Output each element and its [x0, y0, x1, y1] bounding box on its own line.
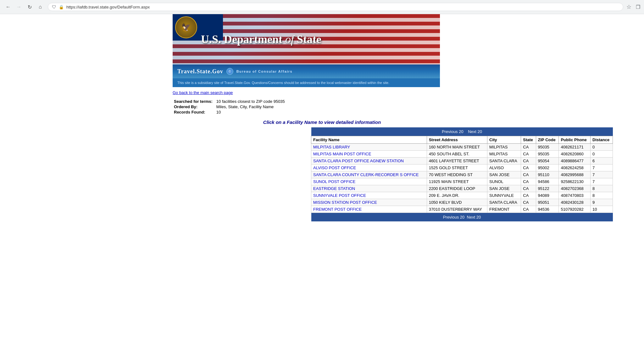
zip-cell: 95035 [536, 151, 559, 158]
phone-cell: 9258622130 [559, 178, 591, 185]
facility-name-link[interactable]: ALVISO POST OFFICE [313, 165, 356, 170]
zip-cell: 95002 [536, 164, 559, 171]
back-to-search-link[interactable]: Go back to the main search page [173, 90, 233, 95]
refresh-button[interactable]: ↻ [25, 3, 34, 11]
prev-20-bottom[interactable]: Previous 20 [443, 215, 465, 220]
extensions-button[interactable]: ❐ [636, 4, 640, 10]
prev-20-top[interactable]: Previous 20 [442, 129, 464, 134]
address-bar[interactable]: 🛡 🔒 https://iafdb.travel.state.gov/Defau… [48, 3, 623, 11]
state-cell: CA [521, 178, 536, 185]
banner-top: 🦅 U.S. Department of State [173, 14, 440, 64]
forward-button[interactable]: → [14, 3, 23, 11]
bookmark-button[interactable]: ☆ [626, 3, 631, 10]
col-state: State [521, 136, 536, 144]
zip-cell: 95051 [536, 199, 559, 206]
facility-name-link[interactable]: SUNNYVALE POST OFFICE [313, 193, 366, 198]
table-row: SANTA CLARA POST OFFICE AGNEW STATION460… [311, 158, 613, 164]
column-headers: Facility Name Street Address City State … [311, 136, 613, 144]
facility-name-link[interactable]: MILPITAS LIBRARY [313, 145, 350, 149]
city-cell: SANTA CLARA [487, 199, 521, 206]
nav-buttons: ← → ↻ ⌂ [4, 3, 45, 11]
table-row: MILPITAS LIBRARY160 NORTH MAIN STREETMIL… [311, 144, 613, 151]
pagination-top: Previous 20 Next 20 [311, 127, 613, 136]
street-address-cell: 37010 DUSTERBERRY WAY [427, 206, 487, 213]
state-cell: CA [521, 171, 536, 178]
distance-cell: 0 [591, 144, 613, 151]
page-content: 🦅 U.S. Department of State Travel.State.… [173, 14, 471, 225]
col-street-address: Street Address [427, 136, 487, 144]
distance-cell: 8 [591, 185, 613, 192]
shield-icon: 🛡 [52, 4, 56, 9]
city-cell: MILPITAS [487, 151, 521, 158]
col-city: City [487, 136, 521, 144]
facility-name-link[interactable]: EASTRIDGE STATION [313, 186, 355, 191]
next-20-bottom[interactable]: Next 20 [467, 215, 481, 220]
distance-cell: 10 [591, 206, 613, 213]
facility-name-link[interactable]: SUNOL POST OFFICE [313, 179, 355, 184]
back-button[interactable]: ← [4, 3, 13, 11]
street-address-cell: 160 NORTH MAIN STREET [427, 144, 487, 151]
pagination-bottom: Previous 20 Next 20 [311, 213, 613, 222]
state-cell: CA [521, 185, 536, 192]
state-cell: CA [521, 199, 536, 206]
browser-chrome: ← → ↻ ⌂ 🛡 🔒 https://iafdb.travel.state.g… [0, 0, 644, 14]
distance-cell: 8 [591, 192, 613, 199]
zip-cell: 95122 [536, 185, 559, 192]
street-address-cell: 450 SOUTH ABEL ST. [427, 151, 487, 158]
phone-cell: 4082995688 [559, 171, 591, 178]
table-row: MISSION STATION POST OFFICE1050 KIELY BL… [311, 199, 613, 206]
facility-name-link[interactable]: MISSION STATION POST OFFICE [313, 200, 377, 205]
state-cell: CA [521, 151, 536, 158]
dept-title: U.S. Department of State [201, 33, 321, 46]
distance-cell: 7 [591, 164, 613, 171]
city-cell: SANTA CLARA [487, 158, 521, 164]
bureau-seal: © [226, 68, 233, 75]
phone-cell: 4082624258 [559, 164, 591, 171]
street-address-cell: 209 E. JAVA DR. [427, 192, 487, 199]
table-row: SUNOL POST OFFICE11925 MAIN STREETSUNOLC… [311, 178, 613, 185]
state-cell: CA [521, 192, 536, 199]
phone-cell: 4082620860 [559, 151, 591, 158]
home-button[interactable]: ⌂ [36, 3, 45, 11]
dept-seal: 🦅 [175, 16, 197, 38]
travel-logo: Travel.State.Gov [177, 68, 223, 75]
table-row: FREMONT POST OFFICE37010 DUSTERBERRY WAY… [311, 206, 613, 213]
phone-cell: 4082621171 [559, 144, 591, 151]
facility-name-link[interactable]: SANTA CLARA COUNTY CLERK-RECORDER S OFFI… [313, 172, 419, 177]
street-address-cell: 1525 GOLD STREET [427, 164, 487, 171]
distance-cell: 0 [591, 151, 613, 158]
state-cell: CA [521, 158, 536, 164]
next-20-top[interactable]: Next 20 [468, 129, 482, 134]
col-facility-name: Facility Name [311, 136, 427, 144]
city-cell: ALVISO [487, 164, 521, 171]
table-row: SANTA CLARA COUNTY CLERK-RECORDER S OFFI… [311, 171, 613, 178]
city-cell: MILPITAS [487, 144, 521, 151]
facility-name-link[interactable]: MILPITAS MAIN POST OFFICE [313, 152, 371, 156]
phone-cell: 4089886477 [559, 158, 591, 164]
search-terms-value: 10 facilities closest to ZIP code 95035 [215, 99, 286, 104]
street-address-cell: 70 WEST HEDDING ST [427, 171, 487, 178]
ordered-by-value: Miles, State, City, Facility Name [215, 104, 286, 109]
state-cell: CA [521, 206, 536, 213]
bureau-text: Bureau of Consular Affairs [236, 70, 293, 73]
table-row: MILPITAS MAIN POST OFFICE450 SOUTH ABEL … [311, 151, 613, 158]
zip-cell: 95054 [536, 158, 559, 164]
distance-cell: 6 [591, 158, 613, 164]
phone-cell: 4082430128 [559, 199, 591, 206]
search-info: Searched for terms: 10 facilities closes… [173, 99, 471, 115]
distance-cell: 9 [591, 199, 613, 206]
ordered-by-label: Ordered By: [173, 104, 215, 109]
lock-icon: 🔒 [59, 5, 64, 9]
street-address-cell: 11925 MAIN STREET [427, 178, 487, 185]
street-address-cell: 2200 EASTRIDGE LOOP [427, 185, 487, 192]
facility-name-link[interactable]: SANTA CLARA POST OFFICE AGNEW STATION [313, 159, 404, 163]
facility-name-link[interactable]: FREMONT POST OFFICE [313, 207, 362, 212]
search-terms-label: Searched for terms: [173, 99, 215, 104]
url-text: https://iafdb.travel.state.gov/DefaultFo… [66, 5, 619, 9]
zip-cell: 95110 [536, 171, 559, 178]
records-label: Records Found: [173, 109, 215, 115]
city-cell: FREMONT [487, 206, 521, 213]
col-distance: Distance [591, 136, 613, 144]
table-row: ALVISO POST OFFICE1525 GOLD STREETALVISO… [311, 164, 613, 171]
distance-cell: 7 [591, 171, 613, 178]
